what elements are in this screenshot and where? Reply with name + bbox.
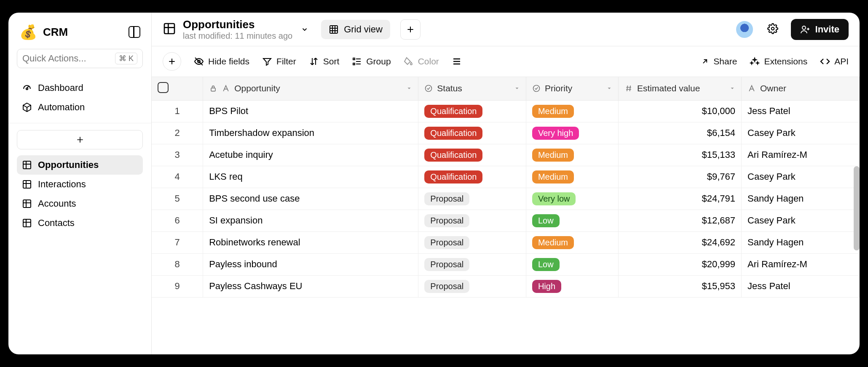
table-row[interactable]: 9Payless Cashways EUProposalHigh$15,953J… xyxy=(152,275,860,297)
sidebar-item-automation[interactable]: Automation xyxy=(17,98,143,117)
brand-emoji-icon: 💰 xyxy=(19,24,37,40)
sort-label: Sort xyxy=(323,56,340,66)
cell-priority[interactable]: Low xyxy=(526,210,618,231)
cell-opportunity[interactable]: Robinetworks renewal xyxy=(203,231,418,253)
column-header-owner[interactable]: Owner xyxy=(742,77,860,101)
cell-owner[interactable]: Casey Park xyxy=(742,166,860,188)
cell-priority[interactable]: Medium xyxy=(526,166,618,188)
cell-owner[interactable]: Ari Ramírez-M xyxy=(742,253,860,275)
paint-bucket-icon xyxy=(404,56,414,66)
grid-view-button[interactable]: Grid view xyxy=(321,20,390,39)
table-row[interactable]: 2Timbershadow expansionQualificationVery… xyxy=(152,122,860,144)
options-button[interactable] xyxy=(452,56,462,66)
cell-opportunity[interactable]: Timbershadow expansion xyxy=(203,122,418,144)
status-badge: Proposal xyxy=(424,214,469,227)
cell-estimated-value[interactable]: $15,133 xyxy=(618,144,741,166)
cell-estimated-value[interactable]: $15,953 xyxy=(618,275,741,297)
settings-button[interactable] xyxy=(767,23,778,36)
table-title-block[interactable]: Opportunities last modified: 11 minutes … xyxy=(183,19,308,41)
sidebar-item-dashboard[interactable]: Dashboard xyxy=(17,78,143,98)
column-label: Estimated value xyxy=(637,83,700,93)
cell-status[interactable]: Proposal xyxy=(418,275,526,297)
column-header-priority[interactable]: Priority xyxy=(526,77,618,101)
table-row[interactable]: 8Payless inboundProposalLow$20,999Ari Ra… xyxy=(152,253,860,275)
cell-priority[interactable]: Medium xyxy=(526,231,618,253)
cell-opportunity[interactable]: BPS second use case xyxy=(203,188,418,210)
cell-status[interactable]: Proposal xyxy=(418,188,526,210)
hide-fields-button[interactable]: Hide fields xyxy=(194,56,249,66)
cell-owner[interactable]: Sandy Hagen xyxy=(742,231,860,253)
sidebar-table-accounts[interactable]: Accounts xyxy=(17,194,143,213)
cell-status[interactable]: Qualification xyxy=(418,144,526,166)
cell-status[interactable]: Proposal xyxy=(418,210,526,231)
cell-status[interactable]: Qualification xyxy=(418,166,526,188)
cell-estimated-value[interactable]: $10,000 xyxy=(618,100,741,122)
cell-opportunity[interactable]: SI expansion xyxy=(203,210,418,231)
cell-estimated-value[interactable]: $24,692 xyxy=(618,231,741,253)
cell-priority[interactable]: Medium xyxy=(526,144,618,166)
cell-opportunity[interactable]: Payless Cashways EU xyxy=(203,275,418,297)
filter-button[interactable]: Filter xyxy=(262,56,296,66)
cell-owner[interactable]: Casey Park xyxy=(742,122,860,144)
cell-estimated-value[interactable]: $12,687 xyxy=(618,210,741,231)
invite-button[interactable]: Invite xyxy=(791,19,849,40)
group-button[interactable]: Group xyxy=(352,56,391,66)
extensions-label: Extensions xyxy=(764,56,807,66)
column-header-opportunity[interactable]: Opportunity xyxy=(203,77,418,101)
cell-owner[interactable]: Jess Patel xyxy=(742,275,860,297)
cell-estimated-value[interactable]: $9,767 xyxy=(618,166,741,188)
table-icon xyxy=(22,160,32,170)
table-row[interactable]: 3Acetube inquiryQualificationMedium$15,1… xyxy=(152,144,860,166)
cell-status[interactable]: Proposal xyxy=(418,253,526,275)
svg-rect-1 xyxy=(23,161,31,169)
quick-actions-input[interactable]: Quick Actions... ⌘ K xyxy=(17,49,143,68)
cell-owner[interactable]: Sandy Hagen xyxy=(742,188,860,210)
cell-status[interactable]: Qualification xyxy=(418,100,526,122)
table-row[interactable]: 1BPS PilotQualificationMedium$10,000Jess… xyxy=(152,100,860,122)
cell-opportunity[interactable]: LKS req xyxy=(203,166,418,188)
api-button[interactable]: API xyxy=(820,56,849,66)
cell-opportunity[interactable]: BPS Pilot xyxy=(203,100,418,122)
cell-priority[interactable]: Very high xyxy=(526,122,618,144)
select-all-header[interactable] xyxy=(152,77,203,101)
avatar[interactable] xyxy=(736,21,753,38)
svg-point-8 xyxy=(802,26,806,29)
column-header-estimated-value[interactable]: Estimated value xyxy=(618,77,741,101)
cell-priority[interactable]: High xyxy=(526,275,618,297)
cell-owner[interactable]: Ari Ramírez-M xyxy=(742,144,860,166)
table-row[interactable]: 6SI expansionProposalLow$12,687Casey Par… xyxy=(152,210,860,231)
toggle-sidebar-icon[interactable] xyxy=(129,26,140,38)
table-row[interactable]: 4LKS reqQualificationMedium$9,767Casey P… xyxy=(152,166,860,188)
group-icon xyxy=(352,56,362,66)
extensions-button[interactable]: Extensions xyxy=(750,56,807,66)
scrollbar-thumb[interactable] xyxy=(854,166,860,250)
cell-priority[interactable]: Low xyxy=(526,253,618,275)
color-button[interactable]: Color xyxy=(404,56,439,66)
cell-priority[interactable]: Very low xyxy=(526,188,618,210)
tables-list: OpportunitiesInteractionsAccountsContact… xyxy=(17,155,143,233)
cell-opportunity[interactable]: Acetube inquiry xyxy=(203,144,418,166)
column-header-status[interactable]: Status xyxy=(418,77,526,101)
cell-opportunity[interactable]: Payless inbound xyxy=(203,253,418,275)
cell-status[interactable]: Proposal xyxy=(418,231,526,253)
cell-estimated-value[interactable]: $6,154 xyxy=(618,122,741,144)
cell-priority[interactable]: Medium xyxy=(526,100,618,122)
table-row[interactable]: 7Robinetworks renewalProposalMedium$24,6… xyxy=(152,231,860,253)
sidebar-table-contacts[interactable]: Contacts xyxy=(17,213,143,233)
sidebar-table-opportunities[interactable]: Opportunities xyxy=(17,155,143,175)
add-table-button[interactable] xyxy=(17,130,143,149)
chevron-down-icon xyxy=(606,85,612,91)
cell-owner[interactable]: Jess Patel xyxy=(742,100,860,122)
table-row[interactable]: 5BPS second use caseProposalVery low$24,… xyxy=(152,188,860,210)
cell-owner[interactable]: Casey Park xyxy=(742,210,860,231)
add-view-button[interactable] xyxy=(400,19,421,40)
priority-badge: High xyxy=(532,280,561,293)
share-button[interactable]: Share xyxy=(701,56,737,66)
cell-estimated-value[interactable]: $20,999 xyxy=(618,253,741,275)
cell-estimated-value[interactable]: $24,791 xyxy=(618,188,741,210)
sidebar-table-interactions[interactable]: Interactions xyxy=(17,175,143,194)
brand[interactable]: 💰 CRM xyxy=(19,24,68,40)
sort-button[interactable]: Sort xyxy=(309,56,340,66)
add-record-button[interactable] xyxy=(163,52,181,71)
cell-status[interactable]: Qualification xyxy=(418,122,526,144)
